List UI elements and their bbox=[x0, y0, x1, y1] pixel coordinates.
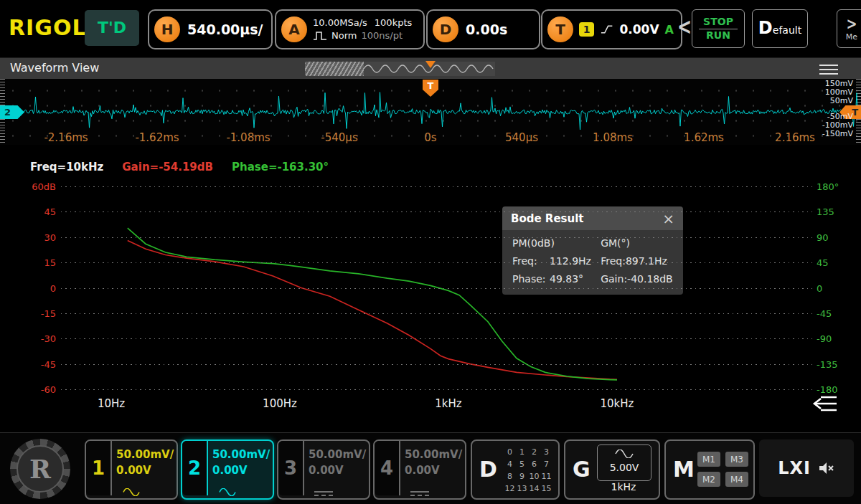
collapse-icon[interactable] bbox=[809, 394, 838, 413]
acquire-mode: Norm bbox=[331, 29, 357, 42]
phase-axis-tick: 90 bbox=[817, 232, 829, 242]
math-m1-button[interactable]: M1 bbox=[697, 452, 720, 467]
channel-1-number: 1 bbox=[86, 441, 112, 495]
gain-axis-tick: -45 bbox=[20, 358, 56, 369]
grid-line bbox=[61, 364, 812, 365]
grid-line bbox=[61, 262, 812, 263]
trigger-level: 0.00V bbox=[620, 22, 659, 37]
dc-coupling-icon bbox=[410, 491, 429, 496]
acquisition-info: 10.00MSa/s 100kpts Norm 100ns/pt bbox=[313, 16, 412, 42]
channel-1-button[interactable]: 1 50.00mV/ 0.00V bbox=[85, 439, 178, 500]
channel-3-button[interactable]: 3 50.00mV/ 0.00V bbox=[277, 439, 370, 500]
ac-coupling-icon bbox=[219, 488, 236, 496]
generator-frequency: 1kHz bbox=[597, 481, 650, 493]
trigger-position-marker[interactable] bbox=[425, 61, 436, 68]
stop-run-button[interactable]: STOP RUN bbox=[692, 9, 745, 48]
home-button[interactable]: R bbox=[10, 439, 70, 499]
math-button[interactable]: M M1 M3 M2 M4 bbox=[664, 439, 755, 500]
waveform-display[interactable]: 2 T T -2.16ms-1.62ms-1.08ms-540μs0s540μs… bbox=[0, 79, 861, 145]
channel-4-number: 4 bbox=[375, 441, 400, 495]
math-m4-button[interactable]: M4 bbox=[725, 472, 748, 487]
voltage-label: 150mV bbox=[825, 80, 853, 87]
channel-2-scale: 50.00mV/ bbox=[212, 447, 270, 463]
digital-channel-number: 13 bbox=[516, 484, 528, 493]
freq-axis-tick: 1kHz bbox=[435, 397, 461, 410]
channel-1-offset: 0.00V bbox=[116, 463, 174, 479]
acquire-mode-icon bbox=[313, 31, 327, 41]
close-icon[interactable]: × bbox=[662, 211, 674, 226]
menu-icon[interactable] bbox=[819, 65, 838, 77]
gm-header: GM(°) bbox=[601, 237, 673, 249]
time-label: 1.08ms bbox=[593, 131, 633, 144]
toolbar-left-chevron-icon[interactable]: < bbox=[677, 14, 692, 40]
horizontal-position-scrollbar[interactable] bbox=[305, 62, 495, 76]
menu-label: Me bbox=[846, 32, 857, 42]
trigger-settings-button[interactable]: T 1 0.00V A bbox=[541, 9, 682, 49]
math-m2-button[interactable]: M2 bbox=[697, 472, 720, 487]
sine-wave-icon bbox=[615, 450, 634, 458]
gain-axis-tick: 15 bbox=[20, 257, 56, 268]
digital-channel-number: 12 bbox=[504, 484, 516, 493]
digital-channels-button[interactable]: D 0123456789101112131415 bbox=[471, 439, 560, 500]
channel-2-button[interactable]: 2 50.00mV/ 0.00V bbox=[181, 439, 274, 500]
horizontal-timebase-button[interactable]: H 540.00μs/ bbox=[148, 9, 273, 49]
phase-axis-tick: -135 bbox=[817, 358, 838, 369]
grid-line bbox=[61, 186, 812, 187]
speaker-muted-icon[interactable] bbox=[818, 460, 835, 476]
lxi-status: LXI bbox=[759, 439, 854, 497]
digital-channel-number: 10 bbox=[528, 472, 540, 481]
delay-value: 0.00s bbox=[466, 22, 507, 37]
digital-channel-number: 8 bbox=[504, 472, 516, 481]
pm-phase-row: Phase:49.83° bbox=[512, 273, 601, 285]
gain-axis-tick: -15 bbox=[20, 308, 56, 318]
run-label: RUN bbox=[706, 29, 730, 42]
gain-axis-tick: 30 bbox=[20, 232, 56, 242]
trigger-source-badge: 1 bbox=[579, 22, 594, 37]
phase-axis-tick: -90 bbox=[817, 333, 832, 344]
digital-channel-number: 6 bbox=[528, 460, 540, 469]
time-label: 1.62ms bbox=[684, 131, 724, 144]
grid-line bbox=[61, 338, 812, 339]
math-m3-button[interactable]: M3 bbox=[725, 452, 748, 467]
a-badge-icon: A bbox=[281, 16, 307, 42]
generator-label: G bbox=[573, 457, 591, 482]
ac-coupling-icon bbox=[123, 488, 140, 496]
lxi-label: LXI bbox=[778, 458, 811, 478]
top-toolbar: RIGOL T'D H 540.00μs/ A 10.00MSa/s 100kp… bbox=[0, 0, 861, 57]
gain-axis-tick: 45 bbox=[20, 206, 56, 217]
default-button[interactable]: Default bbox=[752, 9, 808, 48]
phase-axis-tick: 135 bbox=[817, 206, 834, 217]
waveform-generator-button[interactable]: G 5.00V 1kHz bbox=[564, 439, 660, 500]
sample-rate: 10.00MSa/s bbox=[313, 16, 367, 29]
delay-button[interactable]: D 0.00s bbox=[426, 9, 540, 49]
phase-axis-tick: -180 bbox=[817, 384, 838, 395]
digital-channel-number: 1 bbox=[516, 447, 528, 457]
popup-header: Bode Result × bbox=[502, 206, 683, 230]
channel-4-button[interactable]: 4 50.00mV/ 0.00V bbox=[373, 439, 466, 500]
trigger-coupling: A bbox=[665, 23, 674, 37]
digital-channel-number: 15 bbox=[540, 484, 552, 493]
time-label: 0s bbox=[424, 131, 436, 144]
phase-axis-tick: 0 bbox=[817, 282, 822, 293]
grid-line bbox=[61, 237, 812, 238]
rigol-gear-icon: R bbox=[17, 445, 64, 493]
channel-4-scale: 50.00mV/ bbox=[405, 447, 462, 463]
digital-channel-number: 4 bbox=[504, 460, 516, 469]
gm-gain-row: Gain:-40.18dB bbox=[601, 273, 673, 285]
time-label: -1.08ms bbox=[226, 131, 270, 144]
gm-freq-row: Freq:897.1Hz bbox=[601, 255, 673, 267]
digital-channel-number: 14 bbox=[528, 484, 540, 493]
time-label: -540μs bbox=[321, 131, 357, 144]
menu-right-button[interactable]: > Me bbox=[837, 9, 861, 48]
time-label: 2.16ms bbox=[775, 131, 815, 144]
oscilloscope-screen: { "header": { "logo": "RIGOL", "trig_sta… bbox=[0, 0, 861, 504]
digital-channel-grid: 0123456789101112131415 bbox=[504, 447, 552, 493]
dc-coupling-icon bbox=[314, 491, 333, 496]
digital-label: D bbox=[479, 457, 497, 482]
memory-depth: 100kpts bbox=[375, 16, 412, 29]
bode-result-popup: Bode Result × PM(0dB) GM(°) Freq:112.9Hz… bbox=[502, 206, 683, 295]
pm-header: PM(0dB) bbox=[512, 237, 601, 249]
t-badge-icon: T bbox=[547, 16, 573, 42]
acquisition-button[interactable]: A 10.00MSa/s 100kpts Norm 100ns/pt bbox=[275, 9, 425, 49]
popup-title: Bode Result bbox=[511, 212, 584, 225]
